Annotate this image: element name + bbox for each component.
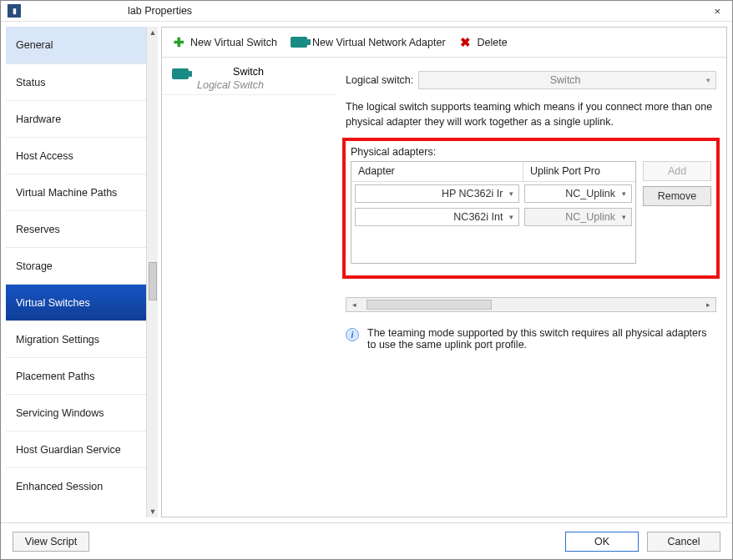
sidebar-item-label: Storage [16,260,53,272]
close-button[interactable]: × [709,5,725,18]
dropdown-value: Switch [424,74,706,86]
delete-icon: ✖ [459,35,473,50]
sidebar-item-label: Virtual Machine Paths [16,187,117,199]
dialog-window: ▮ lab Properties × General Status Hardwa… [0,0,733,560]
switch-list: Switch Logical Switch [162,58,336,517]
sidebar-item-enhanced-session[interactable]: Enhanced Session [6,467,158,504]
grid-row[interactable]: NC362i Int ▾ NC_Uplink ▾ [351,205,635,229]
scroll-down-arrow-icon[interactable]: ▼ [147,506,158,517]
uplink-cell-dropdown: NC_Uplink ▾ [524,208,632,226]
app-icon: ▮ [8,4,21,18]
button-label: New Virtual Switch [190,37,277,48]
logical-switch-label: Logical switch: [346,74,413,86]
sidebar: General Status Hardware Host Access Virt… [6,27,158,517]
adapter-cell-dropdown[interactable]: NC362i Int ▾ [355,208,519,226]
adapter-cell-dropdown[interactable]: HP NC362i Ir ▾ [355,184,519,203]
network-adapter-icon [291,37,307,48]
sidebar-item-hardware[interactable]: Hardware [6,100,158,137]
sidebar-item-host-access[interactable]: Host Access [6,137,158,174]
switch-item-title: Switch [197,66,264,78]
physical-adapters-label: Physical adapters: [351,146,711,158]
toolbar: ✚ New Virtual Switch New Virtual Network… [162,28,726,58]
sidebar-item-general[interactable]: General [6,27,158,63]
scroll-left-arrow-icon[interactable]: ◂ [346,300,361,309]
chevron-down-icon: ▾ [706,76,710,84]
sidebar-item-storage[interactable]: Storage [6,247,158,284]
sidebar-item-label: Servicing Windows [16,407,104,419]
horizontal-scrollbar[interactable]: ◂ ▸ [346,297,716,312]
sidebar-item-label: Reserves [16,224,60,235]
sidebar-item-servicing-windows[interactable]: Servicing Windows [6,394,158,431]
sidebar-item-label: Virtual Switches [16,297,90,309]
cell-value: NC_Uplink [565,211,615,223]
column-header-adapter[interactable]: Adapter [351,162,523,181]
window-title: lab Properties [128,5,192,17]
cell-value: NC_Uplink [565,188,615,199]
cancel-button[interactable]: Cancel [647,532,720,552]
sidebar-item-status[interactable]: Status [6,63,158,100]
button-label: New Virtual Network Adapter [312,37,446,48]
delete-button[interactable]: ✖ Delete [456,33,511,52]
info-message: i The teaming mode supported by this swi… [346,327,716,351]
info-icon: i [346,328,359,341]
scroll-up-arrow-icon[interactable]: ▲ [147,27,158,38]
sidebar-item-label: Migration Settings [16,334,99,346]
sidebar-item-vm-paths[interactable]: Virtual Machine Paths [6,174,158,210]
dialog-body: General Status Hardware Host Access Virt… [1,22,732,522]
chevron-down-icon: ▾ [622,213,626,221]
cell-value: HP NC362i Ir [442,188,503,199]
switch-list-item[interactable]: Switch Logical Switch [162,58,336,95]
sidebar-scroll-thumb[interactable] [149,262,157,300]
logical-switch-dropdown[interactable]: Switch ▾ [418,71,716,89]
switch-detail-panel: Logical switch: Switch ▾ The logical swi… [336,58,726,517]
sidebar-item-migration-settings[interactable]: Migration Settings [6,320,158,357]
sidebar-item-label: Host Access [16,150,73,162]
new-virtual-network-adapter-button[interactable]: New Virtual Network Adapter [287,35,449,50]
plus-icon: ✚ [172,36,185,49]
chevron-down-icon: ▾ [622,189,626,198]
sidebar-scrollbar[interactable]: ▲ ▼ [146,27,158,517]
chevron-down-icon: ▾ [509,213,513,221]
grid-row[interactable]: HP NC362i Ir ▾ NC_Uplink ▾ [351,182,635,205]
dialog-footer: View Script OK Cancel [1,522,732,559]
sidebar-item-host-guardian[interactable]: Host Guardian Service [6,431,158,467]
add-adapter-button: Add [643,161,711,181]
sidebar-item-label: General [16,39,53,51]
sidebar-item-virtual-switches[interactable]: Virtual Switches [6,284,158,320]
column-header-uplink[interactable]: Uplink Port Pro [523,162,635,181]
remove-adapter-button[interactable]: Remove [643,186,711,206]
scroll-thumb[interactable] [366,300,492,310]
sidebar-item-label: Placement Paths [16,371,95,382]
grid-header: Adapter Uplink Port Pro [351,162,635,182]
sidebar-item-placement-paths[interactable]: Placement Paths [6,357,158,394]
sidebar-item-label: Host Guardian Service [16,444,121,456]
switch-item-subtitle: Logical Switch [197,79,264,91]
physical-adapters-grid: Adapter Uplink Port Pro HP NC362i Ir ▾ [351,161,636,264]
info-text: The teaming mode supported by this switc… [367,327,716,351]
uplink-cell-dropdown[interactable]: NC_Uplink ▾ [524,184,632,203]
titlebar: ▮ lab Properties × [1,1,732,22]
button-label: Delete [478,37,508,48]
main-panel: ✚ New Virtual Switch New Virtual Network… [161,27,727,517]
chevron-down-icon: ▾ [509,189,513,198]
sidebar-list: General Status Hardware Host Access Virt… [6,27,158,517]
sidebar-item-label: Status [16,77,45,88]
sidebar-item-reserves[interactable]: Reserves [6,210,158,247]
new-virtual-switch-button[interactable]: ✚ New Virtual Switch [169,34,281,51]
physical-adapters-section: Physical adapters: Adapter Uplink Port P… [342,138,720,279]
cell-value: NC362i Int [453,211,503,223]
network-adapter-icon [172,68,189,79]
logical-switch-description: The logical switch supports teaming whic… [346,99,716,129]
ok-button[interactable]: OK [565,532,639,552]
scroll-right-arrow-icon[interactable]: ▸ [700,300,715,309]
view-script-button[interactable]: View Script [13,532,89,552]
sidebar-item-label: Enhanced Session [16,481,103,492]
sidebar-item-label: Hardware [16,114,61,125]
